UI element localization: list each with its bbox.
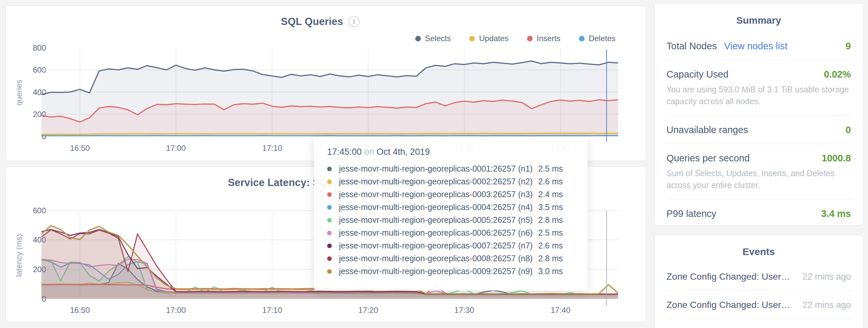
total-nodes-value: 9 bbox=[846, 41, 851, 52]
p99-latency-label: P99 latency bbox=[666, 208, 716, 219]
x-tick: 16:50 bbox=[57, 306, 103, 315]
queries-per-second-description: Sum of Selects, Updates, Inserts, and De… bbox=[666, 168, 851, 191]
p99-latency-value: 3.4 ms bbox=[821, 208, 851, 219]
node-latency-value: 2.8 ms bbox=[538, 215, 574, 225]
node-latency-value: 2.5 ms bbox=[538, 228, 574, 238]
info-icon[interactable]: i bbox=[348, 16, 360, 27]
events-panel: Events Zone Config Changed: User… 22 min… bbox=[654, 235, 863, 328]
node-series-dot-icon bbox=[327, 256, 332, 261]
capacity-used-value: 0.02% bbox=[824, 69, 851, 80]
sql-queries-plot-area[interactable] bbox=[41, 48, 618, 136]
node-name: jesse-movr-multi-region-georeplicas-0009… bbox=[339, 266, 538, 276]
node-series-dot-icon bbox=[327, 192, 332, 197]
event-name[interactable]: Zone Config Changed: User… bbox=[666, 271, 790, 282]
legend-item-inserts: Inserts bbox=[527, 34, 561, 43]
queries-per-second-value: 1000.8 bbox=[822, 153, 851, 164]
node-series-dot-icon bbox=[327, 205, 332, 210]
tooltip-on: on bbox=[364, 147, 374, 157]
x-tick: 16:50 bbox=[57, 143, 103, 153]
summary-row-unavailable-ranges: Unavailable ranges 0 bbox=[666, 116, 851, 144]
tooltip-node-row: jesse-movr-multi-region-georeplicas-0005… bbox=[327, 214, 574, 226]
event-row[interactable]: Zone Config Changed: User… 22 mins ago bbox=[666, 319, 851, 328]
node-name: jesse-movr-multi-region-georeplicas-0007… bbox=[339, 241, 538, 251]
chart-hover-tooltip: 17:45:00 on Oct 4th, 2019 jesse-movr-mul… bbox=[314, 137, 588, 291]
legend-label: Selects bbox=[425, 34, 451, 43]
node-name: jesse-movr-multi-region-georeplicas-0004… bbox=[339, 202, 538, 212]
events-list: Zone Config Changed: User… 22 mins ago Z… bbox=[655, 263, 863, 328]
x-tick: 17:10 bbox=[249, 143, 295, 153]
tooltip-node-row: jesse-movr-multi-region-georeplicas-0004… bbox=[327, 201, 574, 214]
summary-body: Total Nodes View nodes list 9 Capacity U… bbox=[655, 32, 863, 227]
summary-row-capacity: Capacity Used 0.02% You are using 593.0 … bbox=[666, 60, 851, 116]
y-axis-label: latency (ms) bbox=[14, 219, 24, 292]
node-latency-value: 2.6 ms bbox=[538, 177, 574, 186]
x-tick: 17:40 bbox=[537, 306, 584, 315]
node-series-dot-icon bbox=[327, 231, 332, 235]
tooltip-node-row: jesse-movr-multi-region-georeplicas-0001… bbox=[327, 162, 574, 175]
summary-panel: Summary Total Nodes View nodes list 9 Ca… bbox=[654, 3, 863, 226]
x-tick: 17:10 bbox=[249, 306, 295, 315]
tooltip-node-row: jesse-movr-multi-region-georeplicas-0002… bbox=[327, 175, 574, 188]
tooltip-node-row: jesse-movr-multi-region-georeplicas-0007… bbox=[327, 239, 574, 252]
selects-dot-icon bbox=[415, 36, 421, 41]
updates-dot-icon bbox=[469, 36, 475, 41]
total-nodes-label: Total Nodes bbox=[666, 41, 717, 52]
node-latency-value: 3.5 ms bbox=[538, 202, 574, 212]
event-row[interactable]: Zone Config Changed: User… 22 mins ago bbox=[666, 263, 851, 291]
summary-row-total-nodes: Total Nodes View nodes list 9 bbox=[666, 32, 851, 60]
node-latency-value: 2.5 ms bbox=[538, 164, 574, 173]
legend-label: Updates bbox=[479, 34, 508, 43]
node-series-dot-icon bbox=[327, 218, 332, 223]
node-latency-value: 3.0 ms bbox=[538, 266, 574, 276]
unavailable-ranges-label: Unavailable ranges bbox=[666, 125, 748, 135]
view-nodes-list-link[interactable]: View nodes list bbox=[724, 41, 787, 52]
event-row[interactable]: Zone Config Changed: User… 22 mins ago bbox=[666, 291, 851, 319]
tooltip-time: 17:45:00 bbox=[327, 147, 362, 157]
y-tick: 0 bbox=[10, 294, 46, 304]
node-series-dot-icon bbox=[327, 179, 332, 184]
events-panel-title: Events bbox=[655, 235, 863, 257]
event-time: 22 mins ago bbox=[803, 300, 851, 310]
x-tick: 17:20 bbox=[345, 306, 391, 315]
tooltip-date: Oct 4th, 2019 bbox=[376, 147, 430, 157]
legend-item-selects: Selects bbox=[415, 34, 451, 43]
x-tick: 17:30 bbox=[441, 306, 487, 315]
node-latency-value: 2.8 ms bbox=[538, 254, 574, 263]
y-tick: 0 bbox=[10, 132, 46, 141]
node-series-dot-icon bbox=[327, 269, 332, 274]
node-name: jesse-movr-multi-region-georeplicas-0002… bbox=[339, 177, 538, 186]
deletes-dot-icon bbox=[579, 36, 585, 41]
hover-crosshair-line bbox=[606, 210, 607, 306]
y-axis-label: queries bbox=[14, 57, 24, 129]
tooltip-timestamp: 17:45:00 on Oct 4th, 2019 bbox=[327, 147, 574, 157]
tooltip-node-row: jesse-movr-multi-region-georeplicas-0009… bbox=[327, 265, 574, 278]
node-name: jesse-movr-multi-region-georeplicas-0006… bbox=[339, 228, 538, 238]
node-series-dot-icon bbox=[327, 167, 332, 171]
legend-label: Inserts bbox=[537, 34, 561, 43]
capacity-used-label: Capacity Used bbox=[666, 69, 728, 80]
y-tick: 800 bbox=[10, 43, 46, 53]
summary-panel-title: Summary bbox=[655, 4, 863, 26]
tooltip-node-row: jesse-movr-multi-region-georeplicas-0006… bbox=[327, 226, 574, 239]
event-time: 22 mins ago bbox=[803, 272, 851, 282]
unavailable-ranges-value: 0 bbox=[846, 125, 851, 135]
node-name: jesse-movr-multi-region-georeplicas-0003… bbox=[339, 190, 538, 199]
node-series-dot-icon bbox=[327, 243, 332, 248]
node-name: jesse-movr-multi-region-georeplicas-0008… bbox=[339, 254, 538, 263]
x-tick: 17:00 bbox=[153, 143, 199, 153]
tooltip-node-row: jesse-movr-multi-region-georeplicas-0008… bbox=[327, 252, 574, 265]
node-latency-value: 2.6 ms bbox=[538, 241, 574, 251]
queries-per-second-label: Queries per second bbox=[666, 153, 750, 164]
event-name[interactable]: Zone Config Changed: User… bbox=[666, 300, 790, 310]
node-name: jesse-movr-multi-region-georeplicas-0001… bbox=[339, 164, 538, 173]
summary-row-p99-latency: P99 latency 3.4 ms bbox=[666, 199, 851, 227]
y-tick: 600 bbox=[10, 206, 46, 215]
x-tick: 17:00 bbox=[153, 306, 199, 315]
tooltip-node-row: jesse-movr-multi-region-georeplicas-0003… bbox=[327, 188, 574, 201]
node-name: jesse-movr-multi-region-georeplicas-0005… bbox=[339, 215, 538, 225]
cluster-dashboard-page: { "colors": { "n1": "#5f6c87", "n2": "#e… bbox=[0, 0, 868, 328]
capacity-used-description: You are using 593.0 MiB of 3.1 TiB usabl… bbox=[666, 84, 851, 107]
node-latency-value: 2.4 ms bbox=[538, 190, 574, 199]
legend-item-deletes: Deletes bbox=[579, 34, 616, 43]
hover-crosshair-line bbox=[606, 49, 607, 142]
